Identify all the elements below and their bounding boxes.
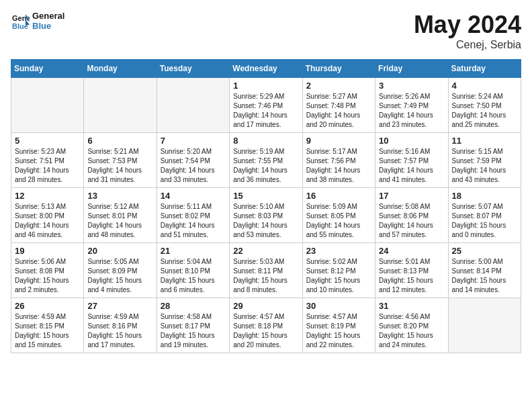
- day-number: 27: [87, 301, 152, 311]
- day-info: Sunrise: 5:29 AM Sunset: 7:46 PM Dayligh…: [233, 92, 298, 130]
- weekday-header-saturday: Saturday: [448, 60, 521, 78]
- day-info: Sunrise: 5:03 AM Sunset: 8:11 PM Dayligh…: [233, 257, 298, 295]
- calendar-cell: 11Sunrise: 5:15 AM Sunset: 7:59 PM Dayli…: [448, 133, 521, 188]
- calendar-cell: 12Sunrise: 5:13 AM Sunset: 8:00 PM Dayli…: [11, 188, 84, 243]
- weekday-header-wednesday: Wednesday: [230, 60, 302, 78]
- day-number: 8: [233, 136, 298, 146]
- day-info: Sunrise: 5:20 AM Sunset: 7:54 PM Dayligh…: [161, 147, 226, 185]
- day-number: 1: [233, 81, 298, 91]
- day-info: Sunrise: 5:23 AM Sunset: 7:51 PM Dayligh…: [15, 147, 80, 185]
- day-number: 24: [379, 246, 444, 256]
- day-number: 18: [452, 191, 517, 201]
- calendar-cell: 16Sunrise: 5:09 AM Sunset: 8:05 PM Dayli…: [302, 188, 375, 243]
- day-number: 26: [15, 301, 80, 311]
- day-info: Sunrise: 4:57 AM Sunset: 8:19 PM Dayligh…: [306, 312, 371, 350]
- calendar-cell: 9Sunrise: 5:17 AM Sunset: 7:56 PM Daylig…: [302, 133, 375, 188]
- day-number: 23: [306, 246, 371, 256]
- day-number: 28: [161, 301, 226, 311]
- weekday-header-monday: Monday: [84, 60, 157, 78]
- logo: General Blue General Blue: [11, 11, 64, 31]
- calendar-cell: 29Sunrise: 4:57 AM Sunset: 8:18 PM Dayli…: [230, 298, 302, 353]
- day-number: 5: [15, 136, 80, 146]
- day-info: Sunrise: 5:19 AM Sunset: 7:55 PM Dayligh…: [233, 147, 298, 185]
- day-number: 29: [233, 301, 298, 311]
- weekday-header-sunday: Sunday: [11, 60, 84, 78]
- day-info: Sunrise: 5:13 AM Sunset: 8:00 PM Dayligh…: [15, 202, 80, 240]
- calendar-table: SundayMondayTuesdayWednesdayThursdayFrid…: [11, 59, 521, 353]
- day-number: 7: [161, 136, 226, 146]
- day-info: Sunrise: 5:10 AM Sunset: 8:03 PM Dayligh…: [233, 202, 298, 240]
- weekday-header-tuesday: Tuesday: [157, 60, 229, 78]
- calendar-cell: 28Sunrise: 4:58 AM Sunset: 8:17 PM Dayli…: [157, 298, 229, 353]
- day-number: 13: [87, 191, 152, 201]
- logo-text-blue: Blue: [32, 21, 64, 31]
- day-info: Sunrise: 5:24 AM Sunset: 7:50 PM Dayligh…: [452, 92, 517, 130]
- day-number: 17: [379, 191, 444, 201]
- day-info: Sunrise: 5:16 AM Sunset: 7:57 PM Dayligh…: [379, 147, 444, 185]
- day-number: 3: [379, 81, 444, 91]
- calendar-cell: 8Sunrise: 5:19 AM Sunset: 7:55 PM Daylig…: [230, 133, 302, 188]
- day-number: 31: [379, 301, 444, 311]
- day-info: Sunrise: 4:56 AM Sunset: 8:20 PM Dayligh…: [379, 312, 444, 350]
- day-info: Sunrise: 5:08 AM Sunset: 8:06 PM Dayligh…: [379, 202, 444, 240]
- day-info: Sunrise: 5:11 AM Sunset: 8:02 PM Dayligh…: [161, 202, 226, 240]
- calendar-cell: [84, 78, 157, 133]
- calendar-cell: 18Sunrise: 5:07 AM Sunset: 8:07 PM Dayli…: [448, 188, 521, 243]
- day-info: Sunrise: 5:26 AM Sunset: 7:49 PM Dayligh…: [379, 92, 444, 130]
- calendar-cell: [11, 78, 84, 133]
- day-number: 12: [15, 191, 80, 201]
- calendar-cell: 14Sunrise: 5:11 AM Sunset: 8:02 PM Dayli…: [157, 188, 229, 243]
- calendar-cell: 25Sunrise: 5:00 AM Sunset: 8:14 PM Dayli…: [448, 243, 521, 298]
- day-number: 25: [452, 246, 517, 256]
- calendar-cell: 4Sunrise: 5:24 AM Sunset: 7:50 PM Daylig…: [448, 78, 521, 133]
- day-info: Sunrise: 5:07 AM Sunset: 8:07 PM Dayligh…: [452, 202, 517, 240]
- day-info: Sunrise: 4:57 AM Sunset: 8:18 PM Dayligh…: [233, 312, 298, 350]
- calendar-cell: 2Sunrise: 5:27 AM Sunset: 7:48 PM Daylig…: [302, 78, 375, 133]
- week-row-5: 26Sunrise: 4:59 AM Sunset: 8:15 PM Dayli…: [11, 298, 521, 353]
- calendar-cell: 22Sunrise: 5:03 AM Sunset: 8:11 PM Dayli…: [230, 243, 302, 298]
- week-row-1: 1Sunrise: 5:29 AM Sunset: 7:46 PM Daylig…: [11, 78, 521, 133]
- day-info: Sunrise: 5:04 AM Sunset: 8:10 PM Dayligh…: [161, 257, 226, 295]
- logo-icon: General Blue: [11, 11, 30, 30]
- calendar-cell: 30Sunrise: 4:57 AM Sunset: 8:19 PM Dayli…: [302, 298, 375, 353]
- day-number: 4: [452, 81, 517, 91]
- day-number: 22: [233, 246, 298, 256]
- day-info: Sunrise: 5:15 AM Sunset: 7:59 PM Dayligh…: [452, 147, 517, 185]
- day-number: 21: [161, 246, 226, 256]
- month-title: May 2024: [414, 11, 521, 39]
- calendar-cell: 5Sunrise: 5:23 AM Sunset: 7:51 PM Daylig…: [11, 133, 84, 188]
- day-info: Sunrise: 4:58 AM Sunset: 8:17 PM Dayligh…: [161, 312, 226, 350]
- weekday-header-row: SundayMondayTuesdayWednesdayThursdayFrid…: [11, 60, 521, 78]
- day-info: Sunrise: 5:01 AM Sunset: 8:13 PM Dayligh…: [379, 257, 444, 295]
- calendar-cell: 7Sunrise: 5:20 AM Sunset: 7:54 PM Daylig…: [157, 133, 229, 188]
- calendar-cell: 24Sunrise: 5:01 AM Sunset: 8:13 PM Dayli…: [375, 243, 448, 298]
- calendar-cell: 6Sunrise: 5:21 AM Sunset: 7:53 PM Daylig…: [84, 133, 157, 188]
- day-number: 20: [87, 246, 152, 256]
- day-info: Sunrise: 5:17 AM Sunset: 7:56 PM Dayligh…: [306, 147, 371, 185]
- day-number: 15: [233, 191, 298, 201]
- calendar-cell: 13Sunrise: 5:12 AM Sunset: 8:01 PM Dayli…: [84, 188, 157, 243]
- weekday-header-thursday: Thursday: [302, 60, 375, 78]
- calendar-cell: 3Sunrise: 5:26 AM Sunset: 7:49 PM Daylig…: [375, 78, 448, 133]
- day-number: 11: [452, 136, 517, 146]
- calendar-cell: 15Sunrise: 5:10 AM Sunset: 8:03 PM Dayli…: [230, 188, 302, 243]
- calendar-cell: 10Sunrise: 5:16 AM Sunset: 7:57 PM Dayli…: [375, 133, 448, 188]
- week-row-4: 19Sunrise: 5:06 AM Sunset: 8:08 PM Dayli…: [11, 243, 521, 298]
- day-number: 30: [306, 301, 371, 311]
- calendar-cell: 26Sunrise: 4:59 AM Sunset: 8:15 PM Dayli…: [11, 298, 84, 353]
- calendar-cell: 19Sunrise: 5:06 AM Sunset: 8:08 PM Dayli…: [11, 243, 84, 298]
- day-number: 19: [15, 246, 80, 256]
- day-info: Sunrise: 5:05 AM Sunset: 8:09 PM Dayligh…: [87, 257, 152, 295]
- day-info: Sunrise: 5:06 AM Sunset: 8:08 PM Dayligh…: [15, 257, 80, 295]
- calendar-cell: 1Sunrise: 5:29 AM Sunset: 7:46 PM Daylig…: [230, 78, 302, 133]
- title-block: May 2024 Cenej, Serbia: [414, 11, 521, 51]
- day-number: 16: [306, 191, 371, 201]
- day-info: Sunrise: 5:09 AM Sunset: 8:05 PM Dayligh…: [306, 202, 371, 240]
- weekday-header-friday: Friday: [375, 60, 448, 78]
- day-info: Sunrise: 5:12 AM Sunset: 8:01 PM Dayligh…: [87, 202, 152, 240]
- day-info: Sunrise: 5:02 AM Sunset: 8:12 PM Dayligh…: [306, 257, 371, 295]
- calendar-cell: [448, 298, 521, 353]
- day-info: Sunrise: 4:59 AM Sunset: 8:16 PM Dayligh…: [87, 312, 152, 350]
- location: Cenej, Serbia: [414, 39, 521, 51]
- calendar-cell: 21Sunrise: 5:04 AM Sunset: 8:10 PM Dayli…: [157, 243, 229, 298]
